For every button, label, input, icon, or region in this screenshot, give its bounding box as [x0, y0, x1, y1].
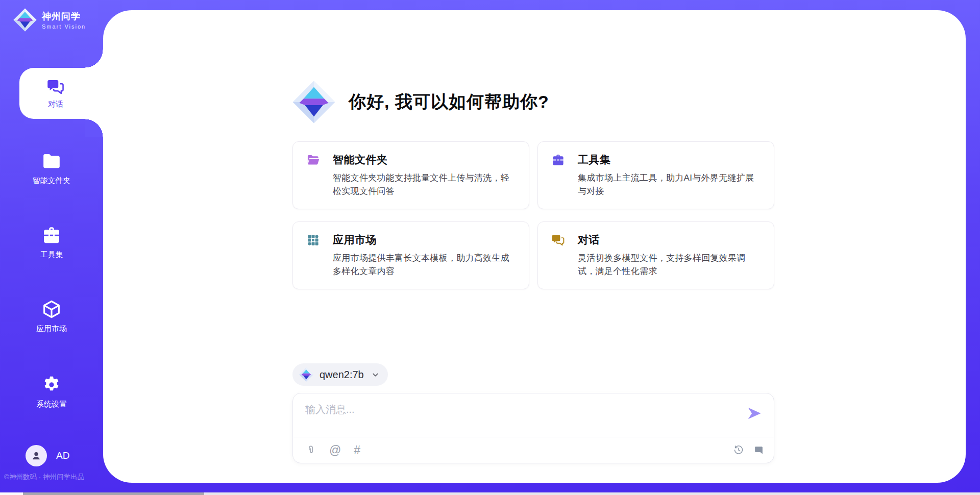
folder-icon [41, 151, 62, 171]
tab-fillet-bottom [85, 119, 103, 137]
card-toolset[interactable]: 工具集 集成市场上主流工具，助力AI与外界无缝扩展与对接 [537, 141, 774, 209]
send-icon [746, 405, 763, 422]
sidebar: 神州问学 Smart Vision 对话 智能文件夹 工具集 应用市场 系统设置… [0, 0, 103, 495]
sidebar-item-label: 工具集 [40, 250, 63, 260]
at-icon: @ [329, 444, 341, 456]
greeting-title: 你好, 我可以如何帮助你? [349, 90, 549, 114]
scrollbar-corner [0, 492, 23, 495]
model-name: qwen2:7b [320, 369, 364, 381]
feature-cards: 智能文件夹 智能文件夹功能支持批量文件上传与清洗，轻松实现文件问答 工具集 集成… [292, 141, 774, 289]
gear-icon [41, 375, 62, 395]
sidebar-item-settings[interactable]: 系统设置 [0, 375, 103, 409]
model-selector[interactable]: qwen2:7b [292, 363, 388, 386]
message-composer: @ # [292, 393, 774, 463]
cube-icon [41, 299, 62, 319]
topic-button[interactable]: # [354, 444, 360, 456]
card-smart-folder[interactable]: 智能文件夹 智能文件夹功能支持批量文件上传与清洗，轻松实现文件问答 [292, 141, 529, 209]
card-app-market[interactable]: 应用市场 应用市场提供丰富长文本模板，助力高效生成多样化文章内容 [292, 221, 529, 289]
open-folder-icon [306, 153, 320, 167]
message-input[interactable] [305, 403, 734, 432]
sidebar-item-smart-folder[interactable]: 智能文件夹 [0, 151, 103, 186]
brand-diamond-icon [13, 8, 37, 32]
card-description: 集成市场上主流工具，助力AI与外界无缝扩展与对接 [578, 171, 761, 197]
user-initials: AD [56, 450, 69, 461]
chevron-down-icon [371, 370, 380, 379]
send-button[interactable] [745, 405, 764, 423]
greeting: 你好, 我可以如何帮助你? [292, 81, 774, 123]
copyright-footer: ©神州数码 · 神州问学出品 [4, 473, 84, 482]
paperclip-icon [305, 444, 316, 456]
composer-toolbar: @ # [305, 437, 765, 463]
brand-diamond-icon [292, 81, 335, 123]
brand-diamond-icon [299, 367, 313, 382]
brand-logo: 神州问学 Smart Vision [13, 8, 86, 32]
sidebar-item-label: 智能文件夹 [33, 176, 71, 186]
horizontal-scrollbar [0, 492, 980, 495]
brand-name: 神州问学 [42, 10, 86, 22]
sidebar-item-chat[interactable]: 对话 [19, 68, 103, 119]
sidebar-item-toolset[interactable]: 工具集 [0, 225, 103, 260]
card-chat[interactable]: 对话 灵活切换多模型文件，支持多样回复效果调试，满足个性化需求 [537, 221, 774, 289]
chat-bubbles-icon [551, 233, 565, 247]
mention-button[interactable]: @ [329, 444, 341, 456]
hash-icon: # [354, 444, 360, 456]
card-description: 智能文件夹功能支持批量文件上传与清洗，轻松实现文件问答 [333, 171, 516, 197]
sidebar-item-label: 对话 [48, 100, 63, 109]
grid-icon [306, 233, 320, 247]
card-title: 应用市场 [333, 233, 377, 247]
card-title: 工具集 [578, 153, 611, 167]
user-account[interactable]: AD [26, 445, 69, 466]
avatar [26, 445, 47, 466]
card-title: 智能文件夹 [333, 153, 388, 167]
sidebar-item-label: 应用市场 [36, 324, 67, 334]
main-panel: 你好, 我可以如何帮助你? 智能文件夹 智能文件夹功能支持批量文件上传与清洗，轻… [103, 10, 966, 483]
card-description: 灵活切换多模型文件，支持多样回复效果调试，满足个性化需求 [578, 252, 761, 278]
history-button[interactable] [733, 444, 744, 456]
brand-subtitle: Smart Vision [42, 23, 86, 30]
conversation-button[interactable] [753, 444, 765, 456]
toolbox-icon [551, 153, 565, 167]
card-title: 对话 [578, 233, 600, 247]
history-icon [733, 444, 744, 456]
card-description: 应用市场提供丰富长文本模板，助力高效生成多样化文章内容 [333, 252, 516, 278]
attach-file-button[interactable] [305, 444, 316, 456]
person-icon [30, 450, 42, 462]
sidebar-item-label: 系统设置 [36, 400, 67, 409]
chat-icon [46, 78, 65, 96]
toolbox-icon [41, 225, 62, 245]
chat-bubble-icon [753, 444, 765, 456]
sidebar-item-app-market[interactable]: 应用市场 [0, 299, 103, 334]
scrollbar-thumb[interactable] [23, 492, 204, 495]
tab-fillet-top [85, 50, 103, 68]
